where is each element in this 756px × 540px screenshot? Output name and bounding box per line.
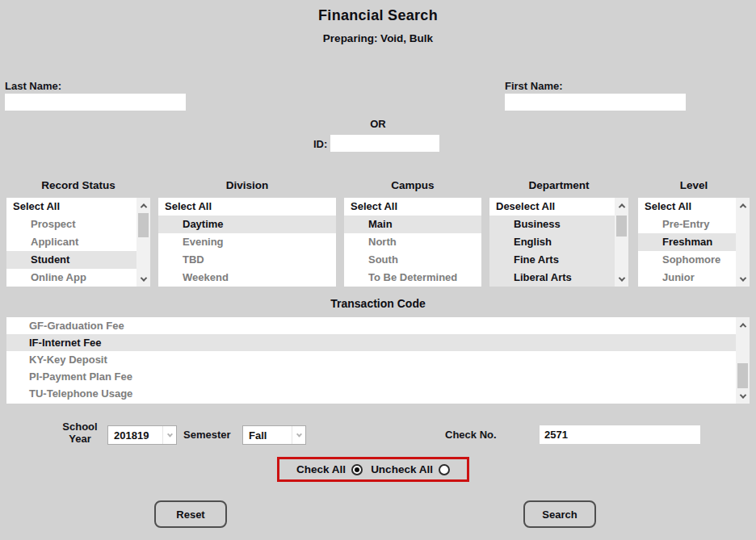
search-button[interactable]: Search [523,500,596,528]
scroll-up-icon[interactable] [615,199,628,211]
level-title: Level [638,179,750,192]
reset-button[interactable]: Reset [154,500,227,528]
list-item[interactable]: Freshman [638,233,750,251]
or-label: OR [0,118,756,130]
list-item[interactable]: Junior [638,269,750,287]
list-item[interactable]: KY-Key Deposit [6,351,750,368]
record-status-section: Record Status Select AllProspectApplican… [6,179,150,287]
record-status-listbox[interactable]: Select AllProspectApplicantStudentOnline… [6,198,150,287]
scroll-up-icon[interactable] [136,199,150,211]
campus-section: Campus Select AllMainNorthSouthTo Be Det… [344,179,481,287]
id-input[interactable] [330,135,439,152]
scrollbar[interactable] [736,317,750,404]
first-name-label: First Name: [505,80,563,92]
check-all-option[interactable]: Check All [296,463,363,475]
id-label: ID: [313,138,327,150]
list-item[interactable]: Student [6,251,150,269]
list-item[interactable]: North [344,233,481,251]
division-listbox[interactable]: Select AllDaytimeEveningTBDWeekend [158,198,336,287]
transaction-code-listbox[interactable]: GF-Graduation FeeIF-Internet FeeKY-Key D… [6,317,750,404]
scrollbar[interactable] [736,198,750,287]
uncheck-all-radio[interactable] [439,464,450,475]
scroll-down-icon[interactable] [136,273,150,285]
scroll-up-icon[interactable] [736,199,750,211]
list-item[interactable]: Daytime [158,216,336,233]
list-item[interactable]: Deselect All [489,198,628,216]
list-item[interactable]: English [489,233,628,251]
department-title: Department [489,179,628,192]
list-item[interactable]: Weekend [158,269,336,287]
school-year-value: 201819 [108,426,162,444]
semester-select[interactable]: Fall [242,425,306,445]
list-item[interactable]: Pre-Entry [638,216,750,233]
chevron-down-icon[interactable] [162,426,176,444]
scrollbar-thumb[interactable] [138,213,149,237]
scrollbar[interactable] [136,198,150,287]
school-year-label: School Year [57,421,103,445]
financial-search-form: Financial Search Preparing: Void, Bulk L… [0,0,756,540]
transaction-code-title: Transaction Code [0,297,756,310]
scroll-up-icon[interactable] [736,319,750,331]
page-title: Financial Search [0,7,756,24]
list-item[interactable]: IF-Internet Fee [6,334,750,351]
list-item[interactable]: Online App [6,269,150,287]
semester-label: Semester [183,429,231,441]
list-item[interactable]: Select All [344,198,481,216]
level-section: Level Select AllPre-EntryFreshmanSophomo… [638,179,750,287]
division-title: Division [158,179,336,192]
chevron-down-icon[interactable] [292,426,305,444]
list-item[interactable]: TU-Telephone Usage [6,385,750,402]
list-item[interactable]: Select All [158,198,336,216]
check-all-group: Check All Uncheck All [277,457,469,482]
last-name-label: Last Name: [5,80,61,92]
list-item[interactable]: PI-Payment Plan Fee [6,368,750,385]
list-item[interactable]: Sophomore [638,251,750,269]
list-item[interactable]: Main [344,216,481,233]
list-item[interactable]: To Be Determined [344,269,481,287]
list-item[interactable]: Business [489,216,628,233]
scrollbar-thumb[interactable] [616,216,627,237]
list-item[interactable]: Evening [158,233,336,251]
list-item[interactable]: Liberal Arts [489,269,628,287]
check-no-input[interactable] [540,425,700,444]
semester-value: Fall [243,426,292,444]
list-item[interactable]: Select All [638,198,750,216]
scrollbar[interactable] [615,198,628,287]
list-item[interactable]: Applicant [6,233,150,251]
check-no-label: Check No. [445,429,497,441]
scrollbar-thumb[interactable] [737,363,748,388]
scroll-down-icon[interactable] [736,273,750,285]
department-section: Department Deselect AllBusinessEnglishFi… [489,179,628,287]
check-all-label: Check All [296,463,346,475]
scroll-down-icon[interactable] [615,273,628,285]
list-item[interactable]: Fine Arts [489,251,628,269]
list-item[interactable]: GF-Graduation Fee [6,317,750,334]
list-item[interactable]: South [344,251,481,269]
list-item[interactable]: Prospect [6,216,150,233]
department-listbox[interactable]: Deselect AllBusinessEnglishFine ArtsLibe… [489,198,628,287]
school-year-select[interactable]: 201819 [107,425,177,445]
first-name-input[interactable] [505,94,686,111]
division-section: Division Select AllDaytimeEveningTBDWeek… [158,179,336,287]
list-item[interactable]: Select All [6,198,150,216]
uncheck-all-option[interactable]: Uncheck All [371,463,450,475]
scroll-down-icon[interactable] [736,390,750,402]
page-subtitle: Preparing: Void, Bulk [0,32,756,44]
level-listbox[interactable]: Select AllPre-EntryFreshmanSophomoreJuni… [638,198,750,287]
list-item[interactable]: TBD [158,251,336,269]
campus-title: Campus [344,179,481,192]
last-name-input[interactable] [5,94,186,111]
uncheck-all-label: Uncheck All [371,463,433,475]
record-status-title: Record Status [6,179,150,192]
check-all-radio[interactable] [351,464,363,475]
campus-listbox[interactable]: Select AllMainNorthSouthTo Be Determined [344,198,481,287]
